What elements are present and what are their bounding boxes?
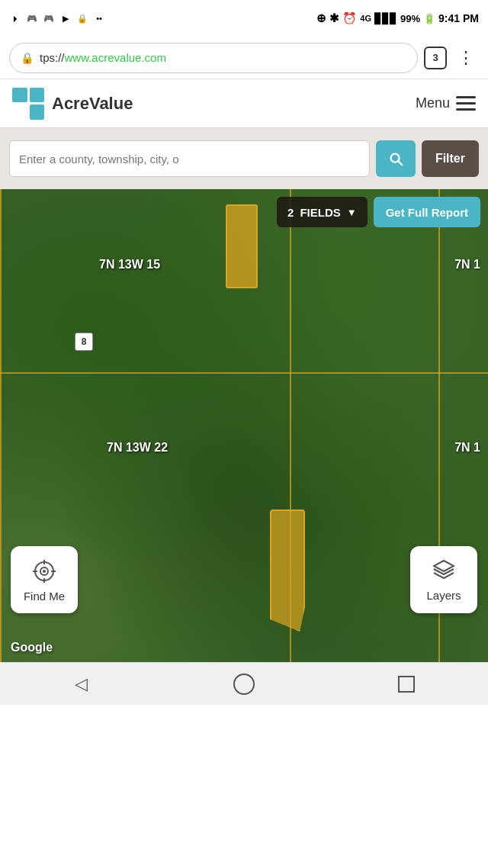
section-label-3: 7N 13W 22	[107, 441, 168, 455]
layers-button[interactable]: Layers	[410, 546, 477, 613]
map-container: 2 FIELDS ▼ Get Full Report 7N 13W 15 7N …	[0, 189, 488, 662]
lock-status-icon: 🔒	[76, 12, 88, 24]
fields-count: 2	[287, 206, 294, 219]
discord-icon: 🎮	[43, 12, 55, 24]
search-input-wrap[interactable]	[9, 140, 370, 177]
add-icon: ⊕	[316, 11, 326, 25]
meta-icon: 🎮	[26, 12, 38, 24]
chevron-down-icon: ▼	[347, 207, 357, 218]
nav-home-button[interactable]	[225, 665, 263, 703]
url-text: tps://www.acrevalue.com	[40, 51, 166, 64]
navigation-bar: ◁	[0, 662, 488, 705]
browser-menu-button[interactable]: ⋮	[453, 45, 479, 71]
battery-percent: 99%	[400, 13, 420, 24]
url-prefix: tps://	[40, 51, 65, 64]
battery-icon: 🔋	[423, 13, 435, 24]
nav-recents-button[interactable]	[387, 665, 425, 703]
menu-label: Menu	[416, 95, 450, 111]
get-full-report-button[interactable]: Get Full Report	[374, 197, 480, 227]
menu-button[interactable]: Menu	[416, 95, 476, 111]
svg-marker-7	[434, 561, 454, 571]
status-icons-left: ⏵ 🎮 🎮 ▶ 🔒 ••	[9, 12, 105, 24]
app-header: AcreValue Menu	[0, 79, 488, 128]
layers-label: Layers	[426, 589, 461, 602]
back-icon: ◁	[75, 674, 88, 694]
section-label-1: 7N 13W 15	[99, 258, 160, 272]
search-section: Filter	[0, 128, 488, 189]
target-icon	[30, 558, 58, 585]
bluetooth-icon: ✱	[329, 11, 339, 25]
network-label: 4G	[360, 14, 371, 23]
status-info-right: ⊕ ✱ ⏰ 4G ▊▊▊ 99% 🔋 9:41 PM	[316, 11, 479, 25]
url-domain: www.acrevalue.com	[65, 51, 166, 64]
fields-dropdown[interactable]: 2 FIELDS ▼	[277, 197, 368, 227]
youtube-icon: ▶	[59, 12, 72, 24]
section-label-2: 7N 1	[454, 258, 480, 272]
nav-back-button[interactable]: ◁	[63, 665, 101, 703]
signal-bars: ▊▊▊	[374, 13, 397, 24]
recents-icon	[398, 676, 415, 693]
map-grid-horizontal	[0, 372, 488, 374]
road-marker: 8	[75, 333, 93, 351]
time-display: 9:41 PM	[438, 12, 479, 24]
more-icon: ••	[93, 12, 105, 24]
google-label: Google	[11, 641, 53, 654]
lock-icon: 🔒	[21, 52, 34, 64]
layers-icon	[432, 558, 455, 584]
svg-point-2	[43, 570, 46, 573]
find-me-button[interactable]: Find Me	[11, 546, 78, 613]
section-label-4: 7N 1	[454, 441, 480, 455]
find-me-label: Find Me	[24, 590, 65, 603]
field-highlight-2[interactable]	[270, 510, 305, 632]
play-icon: ⏵	[9, 12, 21, 24]
logo-text: AcreValue	[52, 94, 133, 114]
logo-area: AcreValue	[12, 88, 133, 120]
search-input[interactable]	[19, 153, 360, 166]
logo-icon	[12, 88, 44, 120]
fields-label: FIELDS	[300, 206, 340, 219]
search-icon	[387, 150, 404, 167]
field-highlight-1[interactable]	[226, 204, 258, 288]
hamburger-icon	[456, 96, 476, 111]
map-background[interactable]: 7N 13W 15 7N 1 7N 13W 22 7N 1 8 Find	[0, 189, 488, 662]
search-button[interactable]	[376, 140, 416, 177]
status-bar: ⏵ 🎮 🎮 ▶ 🔒 •• ⊕ ✱ ⏰ 4G ▊▊▊ 99% 🔋 9:41 PM	[0, 0, 488, 37]
alarm-icon: ⏰	[342, 11, 357, 25]
url-bar[interactable]: 🔒 tps://www.acrevalue.com	[9, 43, 418, 73]
map-grid-vertical-left	[0, 189, 2, 662]
tab-count[interactable]: 3	[424, 47, 447, 69]
browser-bar: 🔒 tps://www.acrevalue.com 3 ⋮	[0, 37, 488, 79]
filter-button[interactable]: Filter	[422, 140, 479, 177]
fields-toolbar: 2 FIELDS ▼ Get Full Report	[277, 197, 480, 227]
home-icon	[233, 674, 255, 695]
